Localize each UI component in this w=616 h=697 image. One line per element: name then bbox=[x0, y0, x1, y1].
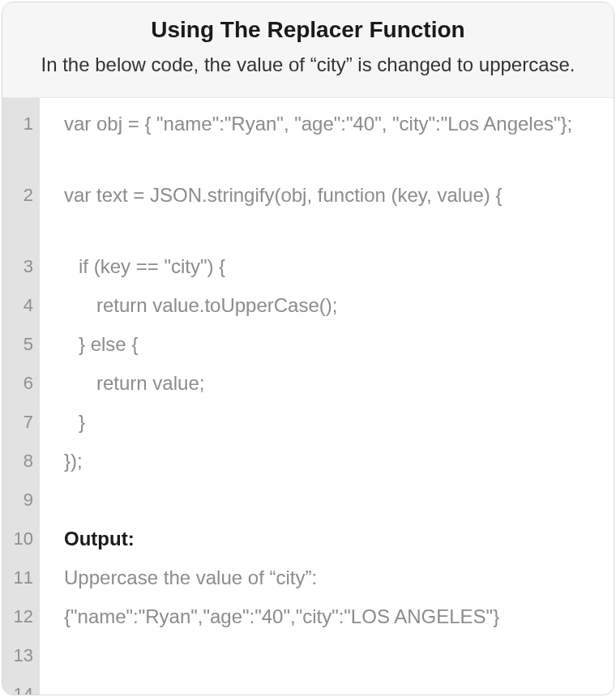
line-number: 8 bbox=[2, 442, 40, 481]
line-number: 14 bbox=[2, 675, 40, 695]
line-number: 4 bbox=[2, 286, 40, 325]
code-line: } else { bbox=[64, 325, 596, 364]
line-number: 7 bbox=[2, 403, 40, 442]
line-number: 12 bbox=[2, 597, 40, 636]
code-line: var text = JSON.stringify(obj, function … bbox=[64, 176, 596, 247]
line-number: 11 bbox=[2, 558, 40, 597]
output-description: Uppercase the value of “city”: bbox=[64, 558, 596, 597]
code-content: var obj = { "name":"Ryan", "age":"40", "… bbox=[40, 98, 614, 695]
code-line: if (key == "city") { bbox=[64, 247, 596, 286]
code-line: } bbox=[64, 403, 596, 442]
line-number: 5 bbox=[2, 325, 40, 364]
line-number: 6 bbox=[2, 364, 40, 403]
line-number: 9 bbox=[2, 481, 40, 520]
code-line bbox=[64, 636, 596, 675]
line-number: 2 bbox=[2, 176, 40, 247]
line-number: 10 bbox=[2, 520, 40, 558]
output-label: Output: bbox=[64, 520, 596, 558]
code-line: }); bbox=[64, 442, 596, 481]
card-header: Using The Replacer Function In the below… bbox=[2, 2, 614, 98]
line-number-gutter: 1 2 3 4 5 6 7 8 9 10 11 12 13 14 bbox=[2, 98, 40, 695]
line-number: 1 bbox=[2, 105, 40, 176]
line-number: 13 bbox=[2, 636, 40, 675]
line-number: 3 bbox=[2, 247, 40, 286]
code-line: return value.toUpperCase(); bbox=[64, 286, 596, 325]
code-card: Using The Replacer Function In the below… bbox=[2, 2, 614, 695]
code-area: 1 2 3 4 5 6 7 8 9 10 11 12 13 14 var obj… bbox=[2, 98, 614, 695]
card-title: Using The Replacer Function bbox=[25, 17, 591, 43]
code-line bbox=[64, 675, 596, 695]
code-line: return value; bbox=[64, 364, 596, 403]
card-subtitle: In the below code, the value of “city” i… bbox=[25, 49, 591, 79]
output-value: {"name":"Ryan","age":"40","city":"LOS AN… bbox=[64, 597, 596, 636]
code-line: var obj = { "name":"Ryan", "age":"40", "… bbox=[64, 105, 596, 176]
code-line bbox=[64, 481, 596, 520]
